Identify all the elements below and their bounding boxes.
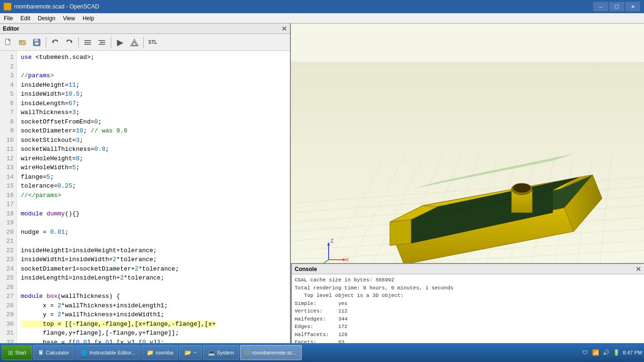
start-label: Start bbox=[15, 350, 26, 355]
svg-rect-5 bbox=[34, 39, 38, 41]
sep4 bbox=[143, 37, 144, 48]
redo-button[interactable] bbox=[63, 36, 76, 49]
sep2 bbox=[78, 37, 79, 48]
title-bar-left: roombaremote.scad - OpenSCAD bbox=[4, 3, 99, 10]
title-bar: roombaremote.scad - OpenSCAD – ☐ ✕ bbox=[0, 0, 644, 13]
indent-more-button[interactable] bbox=[95, 36, 108, 49]
undo-button[interactable] bbox=[49, 36, 62, 49]
svg-marker-12 bbox=[84, 41, 86, 43]
indent-less-button[interactable] bbox=[81, 36, 94, 49]
editor-titlebar: Editor ✕ bbox=[0, 24, 290, 34]
svg-rect-3 bbox=[19, 41, 22, 42]
minimize-button[interactable]: – bbox=[593, 2, 608, 11]
console-line: Halfedges: 344 bbox=[295, 315, 641, 323]
svg-rect-6 bbox=[35, 42, 39, 45]
editor-content[interactable]: 12345 678910 1112131415 1617181920 21222… bbox=[0, 51, 290, 348]
maximize-button[interactable]: ☐ bbox=[609, 2, 624, 11]
line-numbers: 12345 678910 1112131415 1617181920 21222… bbox=[0, 51, 17, 348]
code-container: 12345 678910 1112131415 1617181920 21222… bbox=[0, 51, 290, 348]
new-button[interactable] bbox=[2, 36, 15, 49]
main-content: Editor ✕ bbox=[0, 24, 644, 348]
console-line: Simple: yes bbox=[295, 300, 641, 308]
console-line: Top level object is a 3D object: bbox=[295, 292, 641, 300]
console-line: Total rendering time: 0 hours, 0 minutes… bbox=[295, 284, 641, 292]
open-button[interactable] bbox=[16, 36, 29, 49]
tray-battery: 🔋 bbox=[612, 349, 620, 356]
render-button[interactable] bbox=[128, 36, 141, 49]
code-text[interactable]: use <tubemesh.scad>; //params> insideHei… bbox=[17, 51, 290, 348]
svg-text:Z: Z bbox=[330, 238, 334, 244]
close-button[interactable]: ✕ bbox=[625, 2, 640, 11]
taskbar-home[interactable]: 📂 ~ bbox=[179, 345, 201, 360]
tray-volume: 🔊 bbox=[602, 349, 610, 356]
svg-marker-17 bbox=[131, 39, 138, 46]
taskbar-roomba[interactable]: 📁 roomba bbox=[141, 345, 178, 360]
app-icon bbox=[4, 3, 11, 10]
svg-point-55 bbox=[513, 184, 530, 192]
sep3 bbox=[111, 37, 111, 48]
menu-bar: File Edit Design View Help bbox=[0, 13, 644, 24]
system-time: 8:47 PM bbox=[623, 350, 642, 355]
start-button[interactable]: ⊞ Start bbox=[2, 345, 32, 360]
compile-button[interactable]: ▶ bbox=[114, 36, 127, 49]
menu-view[interactable]: View bbox=[59, 13, 79, 23]
svg-marker-50 bbox=[390, 220, 411, 246]
menu-help[interactable]: Help bbox=[79, 13, 98, 23]
console-line: Halffacets: 126 bbox=[295, 331, 641, 339]
title-bar-controls: – ☐ ✕ bbox=[593, 2, 640, 11]
console-content[interactable]: CGAL cache size in bytes: 566992 Total r… bbox=[292, 274, 644, 348]
viewport: Z X Y bbox=[291, 24, 644, 348]
svg-marker-16 bbox=[100, 41, 102, 43]
sep1 bbox=[46, 37, 46, 48]
window-title: roombaremote.scad - OpenSCAD bbox=[14, 3, 99, 10]
taskbar-calculator[interactable]: 🖩 Calculator bbox=[33, 345, 74, 360]
menu-design[interactable]: Design bbox=[34, 13, 59, 23]
console-close-button[interactable]: ✕ bbox=[636, 265, 641, 273]
console-titlebar: Console ✕ bbox=[292, 264, 644, 274]
editor-title: Editor bbox=[3, 25, 19, 32]
taskbar-right: 🛡 📶 🔊 🔋 8:47 PM bbox=[581, 349, 642, 356]
taskbar: ⊞ Start 🖩 Calculator 🌐 Instructable Edit… bbox=[0, 343, 644, 362]
console-line: CGAL cache size in bytes: 566992 bbox=[295, 276, 641, 284]
console-panel: Console ✕ CGAL cache size in bytes: 5669… bbox=[291, 263, 644, 348]
editor-close-button[interactable]: ✕ bbox=[281, 25, 287, 33]
console-title: Console bbox=[295, 266, 317, 272]
taskbar-instructable[interactable]: 🌐 Instructable Editor... bbox=[75, 345, 140, 360]
console-line: Edges: 172 bbox=[295, 323, 641, 331]
console-line: Vertices: 112 bbox=[295, 307, 641, 315]
save-button[interactable] bbox=[30, 36, 43, 49]
editor-toolbar: ▶ STL bbox=[0, 34, 290, 51]
tray-security: 🛡 bbox=[581, 349, 589, 356]
menu-file[interactable]: File bbox=[0, 13, 17, 23]
menu-edit[interactable]: Edit bbox=[17, 13, 34, 23]
taskbar-openscad[interactable]: ⬡ roombaremote.sc... bbox=[240, 345, 302, 360]
editor-panel: Editor ✕ bbox=[0, 24, 291, 348]
svg-text:X: X bbox=[346, 257, 349, 263]
taskbar-terminal[interactable]: 💻 System bbox=[203, 345, 239, 360]
tray-network: 📶 bbox=[592, 349, 599, 356]
stl-button[interactable]: STL bbox=[146, 36, 159, 49]
